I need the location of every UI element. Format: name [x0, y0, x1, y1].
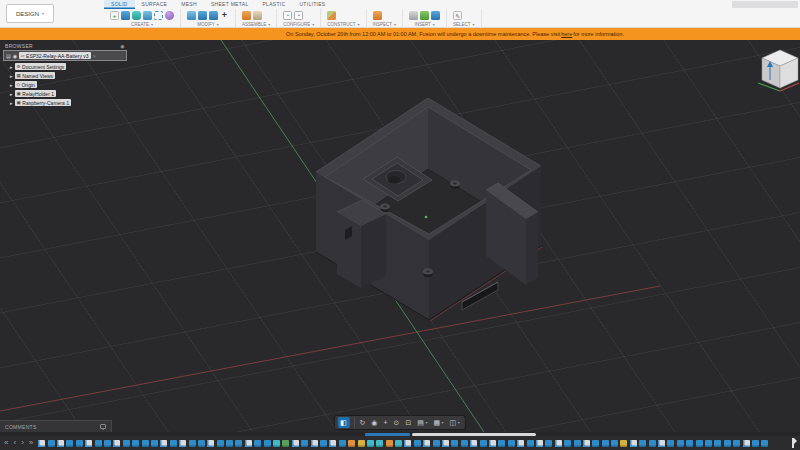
timeline-feature-icon[interactable]	[564, 440, 571, 447]
timeline-feature-icon[interactable]	[113, 440, 120, 447]
tab-plastic[interactable]: PLASTIC	[255, 0, 292, 9]
extrude-icon[interactable]	[121, 11, 130, 20]
timeline-feature-icon[interactable]	[38, 440, 45, 447]
expand-icon[interactable]: ▸	[10, 100, 13, 106]
timeline-feature-icon[interactable]	[545, 440, 552, 447]
configure-menu-button[interactable]: CONFIGURE▾	[283, 22, 314, 27]
browser-node[interactable]: ▸ ▦ Named Views	[10, 72, 127, 79]
timeline-go-to-start[interactable]: «	[3, 438, 9, 448]
timeline-feature-icon[interactable]	[198, 440, 205, 447]
timeline-feature-icon[interactable]	[57, 440, 64, 447]
timeline-feature-icon[interactable]	[170, 440, 177, 447]
timeline-feature-icon[interactable]	[66, 440, 73, 447]
timeline-feature-icon[interactable]	[667, 440, 674, 447]
eye-icon[interactable]: ◉	[13, 53, 17, 59]
timeline-feature-icon[interactable]	[358, 440, 365, 447]
timeline-feature-icon[interactable]	[254, 440, 261, 447]
timeline-feature-icon[interactable]	[273, 440, 280, 447]
inspect-menu-button[interactable]: INSPECT▾	[373, 22, 397, 27]
expand-icon[interactable]: ▸	[10, 64, 13, 70]
modify-menu-button[interactable]: MODIFY▾	[187, 22, 229, 27]
3d-model-enclosure[interactable]	[316, 98, 542, 321]
insert-menu-button[interactable]: INSERT▾	[409, 22, 440, 27]
comments-bar[interactable]: COMMENTS	[0, 420, 112, 432]
measure-icon[interactable]	[373, 11, 382, 20]
timeline-feature-icon[interactable]	[104, 440, 111, 447]
shell-icon[interactable]	[209, 11, 218, 20]
timeline-feature-icon[interactable]	[508, 440, 515, 447]
tab-surface[interactable]: SURFACE	[135, 0, 175, 9]
timeline-feature-icon[interactable]	[151, 440, 158, 447]
zoom-icon[interactable]: ⊙ ▾	[391, 417, 402, 428]
timeline-feature-icon[interactable]	[76, 440, 83, 447]
timeline-feature-icon[interactable]	[414, 440, 421, 447]
tab-mesh[interactable]: MESH	[174, 0, 204, 9]
timeline-feature-icon[interactable]	[226, 440, 233, 447]
timeline-feature-icon[interactable]	[282, 440, 289, 447]
timeline-feature-icon[interactable]	[311, 440, 318, 447]
expand-icon[interactable]: ▸	[10, 82, 13, 88]
expand-icon[interactable]: ▸	[10, 91, 13, 97]
pattern-icon[interactable]	[154, 11, 163, 20]
create-sketch-icon[interactable]: +	[110, 11, 119, 20]
timeline-feature-icon[interactable]	[132, 440, 139, 447]
grid-snaps-icon[interactable]: ▦ ▾	[431, 417, 446, 428]
timeline-feature-icon[interactable]	[574, 440, 581, 447]
assemble-menu-button[interactable]: ASSEMBLE▾	[242, 22, 270, 27]
timeline-feature-icon[interactable]	[658, 440, 665, 447]
workspace-switcher[interactable]: DESIGN ▾	[6, 4, 54, 23]
sphere-icon[interactable]	[165, 11, 174, 20]
timeline-feature-icon[interactable]	[235, 440, 242, 447]
timeline-feature-icon[interactable]	[639, 440, 646, 447]
tab-solid[interactable]: SOLID	[104, 0, 135, 9]
timeline-feature-icon[interactable]	[620, 440, 627, 447]
timeline-feature-icon[interactable]	[498, 440, 505, 447]
orbit-icon[interactable]: ↻ ▾	[353, 417, 367, 428]
banner-link[interactable]: here	[561, 31, 572, 37]
new-component-icon[interactable]	[242, 11, 251, 20]
fit-icon[interactable]: ⊡ ▾	[403, 417, 414, 428]
timeline-feature-icon[interactable]	[649, 440, 656, 447]
construct-menu-button[interactable]: CONSTRUCT▾	[327, 22, 359, 27]
insert-mesh-icon[interactable]	[420, 11, 429, 20]
timeline-feature-icon[interactable]	[245, 440, 252, 447]
timeline-feature-icon[interactable]	[367, 440, 374, 447]
timeline-feature-icon[interactable]	[179, 440, 186, 447]
browser-node[interactable]: ▸ ⚙ Document Settings	[10, 63, 127, 70]
timeline-feature-icon[interactable]	[95, 440, 102, 447]
browser-root-node[interactable]: ▤ ◉ ▱ ESP32-Relay-AA-Battery v3 ◔	[3, 50, 127, 61]
timeline-feature-icon[interactable]	[527, 440, 534, 447]
derive-icon[interactable]	[409, 11, 418, 20]
timeline-feature-icon[interactable]	[395, 440, 402, 447]
timeline-feature-icon[interactable]	[761, 440, 768, 447]
filter-icon[interactable]: ◉	[120, 43, 125, 49]
look-at-icon[interactable]: ◉ ▾	[369, 417, 380, 428]
timeline-feature-icon[interactable]	[85, 440, 92, 447]
timeline-feature-icon[interactable]	[423, 440, 430, 447]
timeline-feature-icon[interactable]	[489, 440, 496, 447]
timeline-feature-icon[interactable]	[376, 440, 383, 447]
form-icon[interactable]	[132, 11, 141, 20]
timeline-feature-icon[interactable]	[451, 440, 458, 447]
timeline-feature-icon[interactable]	[160, 440, 167, 447]
timeline-feature-icon[interactable]	[480, 440, 487, 447]
timeline-feature-icon[interactable]	[461, 440, 468, 447]
timeline-feature-icon[interactable]	[217, 440, 224, 447]
browser-node[interactable]: ▸ ▣ RelayHolder 1	[10, 90, 127, 97]
timeline-feature-icon[interactable]	[583, 440, 590, 447]
timeline-feature-icon[interactable]	[517, 440, 524, 447]
canvas-icon[interactable]	[431, 11, 440, 20]
expand-icon[interactable]: ▸	[10, 73, 13, 79]
timeline-feature-icon[interactable]	[536, 440, 543, 447]
viewports-icon[interactable]: ◫ ▾	[447, 417, 462, 428]
timeline-feature-icon[interactable]	[696, 440, 703, 447]
timeline-step-back[interactable]: ‹	[12, 438, 17, 448]
create-menu-button[interactable]: CREATE▾	[110, 22, 174, 27]
tab-sheet-metal[interactable]: SHEET METAL	[204, 0, 256, 9]
timeline-feature-icon[interactable]	[743, 440, 750, 447]
fillet-icon[interactable]	[198, 11, 207, 20]
timeline-feature-icon[interactable]	[348, 440, 355, 447]
timeline-feature-icon[interactable]	[611, 440, 618, 447]
construction-plane-icon[interactable]	[327, 11, 336, 20]
timeline-feature-icon[interactable]	[602, 440, 609, 447]
